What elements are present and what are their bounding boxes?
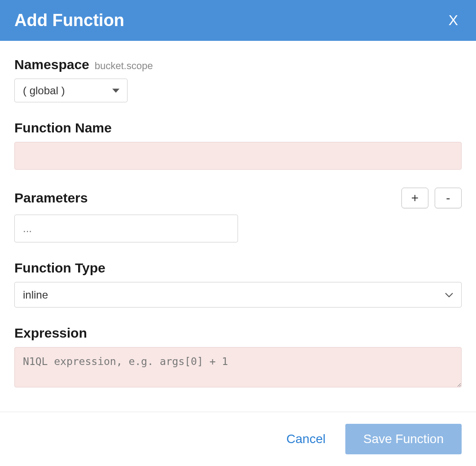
- namespace-field: Namespace bucket.scope ( global ): [14, 57, 462, 102]
- dialog-title: Add Function: [14, 11, 124, 30]
- parameters-label: Parameters: [14, 190, 88, 206]
- function-name-field: Function Name: [14, 120, 462, 170]
- function-name-input[interactable]: [14, 142, 462, 170]
- remove-parameter-button[interactable]: -: [435, 188, 462, 208]
- save-function-button[interactable]: Save Function: [345, 424, 462, 454]
- namespace-select[interactable]: ( global ): [14, 79, 128, 102]
- dialog-footer: Cancel Save Function: [0, 412, 476, 466]
- add-parameter-button[interactable]: +: [401, 188, 428, 208]
- expression-field: Expression: [14, 325, 462, 389]
- function-name-label: Function Name: [14, 120, 112, 136]
- namespace-hint: bucket.scope: [95, 60, 153, 72]
- expression-label: Expression: [14, 325, 87, 341]
- cancel-button[interactable]: Cancel: [286, 432, 326, 446]
- parameters-field: Parameters + -: [14, 188, 462, 242]
- namespace-label: Namespace: [14, 57, 89, 72]
- parameters-input[interactable]: [14, 215, 238, 242]
- dialog-body: Namespace bucket.scope ( global ) Functi…: [0, 41, 476, 412]
- function-type-select[interactable]: inline: [14, 282, 462, 308]
- dialog-header: Add Function X: [0, 0, 476, 41]
- function-type-field: Function Type inline: [14, 260, 462, 308]
- function-type-label: Function Type: [14, 260, 106, 276]
- add-function-dialog: Add Function X Namespace bucket.scope ( …: [0, 0, 476, 466]
- expression-textarea[interactable]: [14, 347, 462, 387]
- close-icon[interactable]: X: [445, 12, 462, 29]
